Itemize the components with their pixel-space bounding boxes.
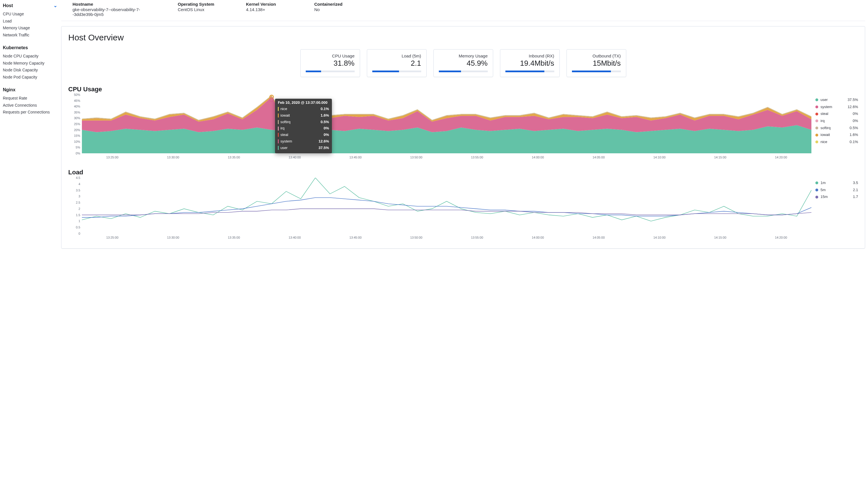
legend-value: 0% [852,110,858,117]
card-label: Inbound (RX) [505,53,554,58]
legend-item-15m[interactable]: 15m1.7 [815,193,858,200]
sidebar-item-active-connections[interactable]: Active Connections [3,102,58,109]
x-tick: 14:05:00 [592,236,604,239]
x-tick: 13:55:00 [471,236,483,239]
y-tick: 45% [74,99,80,102]
sidebar-group-host[interactable]: Host⌄ [3,3,58,8]
sidebar-item-node-pod-capacity[interactable]: Node Pod Capacity [3,74,58,81]
legend-label: nice [820,138,827,146]
overview-card-tx: Outbound (TX)15Mbit/s [567,49,626,77]
legend-item-system[interactable]: system12.6% [815,104,858,111]
legend-value: 3.5 [853,179,858,187]
y-tick: 2.5 [76,201,80,204]
sidebar-item-requests-per-connections[interactable]: Requests per Connections [3,109,58,116]
y-tick: 50% [74,93,80,96]
hostname-value: gke-observability-7--observability-7--3d… [73,7,161,17]
legend-value: 37.5% [848,96,858,104]
legend-label: softirq [820,125,830,132]
main: Hostname gke-observability-7--observabil… [61,0,868,504]
legend-item-steal[interactable]: steal0% [815,110,858,117]
card-value: 15Mbit/s [572,59,621,68]
x-tick: 13:25:00 [106,236,118,239]
card-value: 45.9% [439,59,488,68]
legend-item-iowait[interactable]: iowait1.6% [815,131,858,138]
y-tick: 30% [74,116,80,120]
kernel-value: 4.14.138+ [246,7,297,12]
y-tick: 35% [74,111,80,114]
sidebar-group-kubernetes[interactable]: Kubernetes [3,45,58,50]
load-chart-legend: 1m3.55m2.115m1.7 [815,178,858,200]
card-label: CPU Usage [306,53,355,58]
y-tick: 15% [74,134,80,137]
y-tick: 0% [76,152,80,155]
sidebar-item-cpu-usage[interactable]: CPU Usage [3,11,58,18]
x-tick: 13:50:00 [410,156,422,159]
legend-value: 0.5% [849,125,858,132]
card-bar [505,71,554,72]
x-tick: 14:05:00 [592,156,604,159]
legend-item-nice[interactable]: nice0.1% [815,138,858,146]
cpu-usage-chart[interactable]: 0%5%10%15%20%25%30%35%40%45%50%13:25:001… [68,95,812,160]
x-tick: 13:45:00 [349,156,361,159]
sidebar-item-node-memory-capacity[interactable]: Node Memory Capacity [3,60,58,67]
legend-dot [815,105,818,109]
sidebar-group-nginx[interactable]: Nginx [3,87,58,92]
legend-value: 0.1% [849,138,858,146]
sidebar-item-node-disk-capacity[interactable]: Node Disk Capacity [3,66,58,74]
x-tick: 14:00:00 [532,156,544,159]
legend-item-1m[interactable]: 1m3.5 [815,179,858,187]
x-tick: 13:50:00 [410,236,422,239]
y-tick: 1 [79,219,80,223]
legend-item-user[interactable]: user37.5% [815,96,858,104]
x-tick: 13:35:00 [228,236,240,239]
overview-card-mem: Memory Usage45.9% [433,49,493,77]
chevron-down-icon: ⌄ [53,3,57,8]
tooltip-row-system: system12.6% [278,138,329,145]
legend-value: 1.7 [853,193,858,200]
overview-card-load: Load (5m)2.1 [367,49,427,77]
load-chart[interactable]: 00.511.522.533.544.513:25:0013:30:0013:3… [68,178,812,240]
legend-item-irq[interactable]: irq0% [815,117,858,125]
card-label: Load (5m) [372,53,421,58]
legend-item-softirq[interactable]: softirq0.5% [815,125,858,132]
cpu-chart-title: CPU Usage [68,86,858,93]
y-tick: 4 [79,182,80,186]
y-tick: 0.5 [76,226,80,229]
card-value: 2.1 [372,59,421,68]
legend-dot [815,99,818,101]
legend-dot [815,188,818,192]
card-label: Outbound (TX) [572,53,621,58]
card-bar [306,71,355,72]
y-tick: 5% [76,146,80,149]
card-value: 31.8% [306,59,355,68]
tooltip-row-nice: nice0.1% [278,106,329,112]
x-tick: 13:25:00 [106,156,118,159]
overview-title: Host Overview [68,33,858,42]
tooltip-row-irq: irq0% [278,125,329,132]
card-bar [439,71,488,72]
card-label: Memory Usage [439,53,488,58]
x-tick: 14:00:00 [532,236,544,239]
y-tick: 1.5 [76,213,80,217]
y-tick: 3.5 [76,188,80,192]
legend-value: 2.1 [853,187,858,194]
sidebar-item-load[interactable]: Load [3,18,58,25]
legend-dot [815,134,818,136]
x-tick: 13:40:00 [289,156,301,159]
containerized-value: No [314,7,365,12]
overview-panel: Host Overview CPU Usage31.8%Load (5m)2.1… [61,26,865,249]
chart-tooltip: Feb 10, 2020 @ 13:37:00.000nice0.1%iowai… [275,99,332,153]
overview-card-cpu: CPU Usage31.8% [300,49,360,77]
cpu-chart-legend: user37.5%system12.6%steal0%irq0%softirq0… [815,95,858,146]
card-value: 19.4Mbit/s [505,59,554,68]
sidebar-item-request-rate[interactable]: Request Rate [3,95,58,102]
tooltip-time: Feb 10, 2020 @ 13:37:00.000 [278,100,329,105]
sidebar-item-memory-usage[interactable]: Memory Usage [3,24,58,32]
kernel-label: Kernel Version [246,2,297,7]
legend-item-5m[interactable]: 5m2.1 [815,187,858,194]
y-tick: 4.5 [76,176,80,179]
sidebar-item-network-traffic[interactable]: Network Traffic [3,32,58,39]
sidebar-item-node-cpu-capacity[interactable]: Node CPU Capacity [3,53,58,60]
tooltip-row-steal: steal0% [278,132,329,138]
legend-dot [815,126,818,130]
